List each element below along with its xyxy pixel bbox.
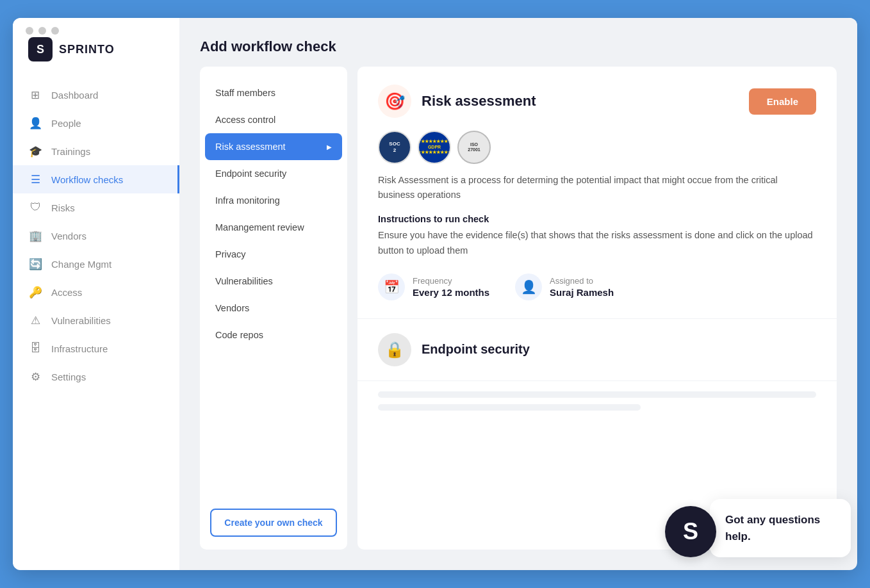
meta-row: 📅 Frequency Every 12 months 👤 Assigned t… <box>378 274 816 300</box>
traffic-light-maximize <box>51 27 59 35</box>
sidebar-label-dashboard: Dashboard <box>51 90 98 101</box>
sidebar-label-workflow-checks: Workflow checks <box>51 174 123 185</box>
cat-staff-members[interactable]: Staff members <box>200 79 347 106</box>
sidebar: S SPRINTO ⊞ Dashboard 👤 People 🎓 Trainin… <box>13 18 179 570</box>
logo-area: S SPRINTO <box>13 31 179 81</box>
sidebar-item-workflow-checks[interactable]: ☰ Workflow checks <box>13 165 179 193</box>
assigned-item: 👤 Assigned to Suraj Ramesh <box>515 274 614 300</box>
people-icon: 👤 <box>28 116 42 130</box>
sidebar-label-trainings: Trainings <box>51 146 90 157</box>
stripe-line-2 <box>378 404 641 411</box>
frequency-label: Frequency <box>413 276 489 286</box>
categories-panel: Staff members Access control Risk assess… <box>200 67 347 550</box>
enable-button[interactable]: Enable <box>749 88 816 115</box>
change-mgmt-icon: 🔄 <box>28 257 42 271</box>
risks-icon: 🛡 <box>28 200 42 215</box>
frequency-value: Every 12 months <box>413 287 489 298</box>
chat-bubble: Got any questionshelp. <box>710 499 851 557</box>
assigned-label: Assigned to <box>550 276 614 286</box>
logo-text: SPRINTO <box>59 43 115 56</box>
sidebar-label-settings: Settings <box>51 372 86 382</box>
compliance-badges: SOC2 ★★★★★★★★★★★GDPR★★★★★★★★★★★ ISO27001 <box>378 131 816 164</box>
sidebar-label-change-mgmt: Change Mgmt <box>51 259 111 270</box>
vendors-icon: 🏢 <box>28 229 42 243</box>
cat-vulnerabilities[interactable]: Vulnerabilities <box>200 268 347 295</box>
trainings-icon: 🎓 <box>28 144 42 158</box>
sidebar-item-access[interactable]: 🔑 Access <box>13 278 179 306</box>
sidebar-item-vulnerabilities[interactable]: ⚠ Vulnerabilities <box>13 306 179 334</box>
settings-icon: ⚙ <box>28 370 42 384</box>
gdpr-badge: ★★★★★★★★★★★GDPR★★★★★★★★★★★ <box>418 131 451 164</box>
endpoint-security-icon: 🔒 <box>378 333 411 366</box>
endpoint-security-name: Endpoint security <box>422 342 530 357</box>
instructions-label: Instructions to run check <box>378 214 816 224</box>
cat-privacy[interactable]: Privacy <box>200 241 347 268</box>
detail-panel: 🎯 Risk assessment Enable SOC2 ★★★★★★★★ <box>357 67 837 550</box>
cat-risk-assessment[interactable]: Risk assessment <box>205 133 342 160</box>
access-icon: 🔑 <box>28 285 42 299</box>
infrastructure-icon: 🗄 <box>28 341 42 355</box>
risk-assessment-icon: 🎯 <box>378 85 411 118</box>
stripe-line-1 <box>378 391 816 398</box>
instructions-text: Ensure you have the evidence file(s) tha… <box>378 228 816 257</box>
sidebar-label-vendors: Vendors <box>51 231 86 241</box>
sidebar-item-infrastructure[interactable]: 🗄 Infrastructure <box>13 334 179 363</box>
frequency-item: 📅 Frequency Every 12 months <box>378 274 489 300</box>
iso-badge: ISO27001 <box>457 131 491 164</box>
assigned-value: Suraj Ramesh <box>550 287 614 298</box>
sidebar-label-vulnerabilities: Vulnerabilities <box>51 315 111 326</box>
create-own-check-button[interactable]: Create your own check <box>210 509 337 537</box>
cat-access-control[interactable]: Access control <box>200 106 347 133</box>
logo-icon: S <box>28 37 53 61</box>
sidebar-item-people[interactable]: 👤 People <box>13 109 179 137</box>
sidebar-label-access: Access <box>51 287 82 298</box>
sidebar-label-people: People <box>51 118 81 129</box>
cat-management-review[interactable]: Manangement review <box>200 214 347 241</box>
traffic-light-minimize <box>38 27 46 35</box>
stripe-lines <box>357 381 837 421</box>
cat-endpoint-security[interactable]: Endpoint security <box>200 160 347 187</box>
page-title: Add workflow check <box>200 38 837 55</box>
risk-assessment-card: 🎯 Risk assessment Enable SOC2 ★★★★★★★★ <box>357 67 837 319</box>
workflow-checks-icon: ☰ <box>28 172 42 186</box>
frequency-icon: 📅 <box>378 274 405 300</box>
main-header: Add workflow check <box>179 18 857 67</box>
dashboard-icon: ⊞ <box>28 88 42 102</box>
vulnerabilities-icon: ⚠ <box>28 313 42 327</box>
sidebar-item-trainings[interactable]: 🎓 Trainings <box>13 137 179 165</box>
endpoint-security-card: 🔒 Endpoint security <box>357 319 837 381</box>
sidebar-item-change-mgmt[interactable]: 🔄 Change Mgmt <box>13 250 179 278</box>
sidebar-label-risks: Risks <box>51 202 75 213</box>
sidebar-item-vendors[interactable]: 🏢 Vendors <box>13 222 179 250</box>
sidebar-item-dashboard[interactable]: ⊞ Dashboard <box>13 81 179 109</box>
assigned-icon: 👤 <box>515 274 542 300</box>
chat-widget: S Got any questionshelp. <box>665 499 851 557</box>
main-body: Staff members Access control Risk assess… <box>179 67 857 570</box>
sidebar-label-infrastructure: Infrastructure <box>51 343 108 354</box>
soc-badge: SOC2 <box>378 131 411 164</box>
cat-code-repos[interactable]: Code repos <box>200 322 347 348</box>
risk-assessment-name: Risk assessment <box>422 93 536 110</box>
sidebar-item-settings[interactable]: ⚙ Settings <box>13 363 179 391</box>
traffic-light-close <box>26 27 33 35</box>
main-content: Add workflow check Staff members Access … <box>179 18 857 570</box>
chat-avatar[interactable]: S <box>665 506 716 557</box>
cat-infra-monitoring[interactable]: Infra monitoring <box>200 187 347 214</box>
sidebar-item-risks[interactable]: 🛡 Risks <box>13 193 179 222</box>
risk-assessment-description: Risk Assessment is a process for determi… <box>378 173 816 202</box>
chat-text: Got any questionshelp. <box>725 514 820 543</box>
cat-vendors[interactable]: Vendors <box>200 295 347 322</box>
